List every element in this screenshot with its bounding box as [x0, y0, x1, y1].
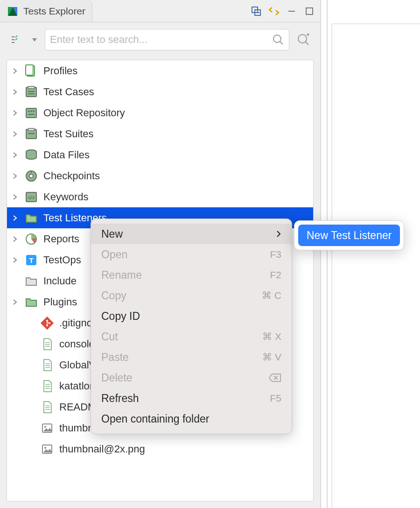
svg-line-43	[47, 323, 49, 323]
chevron-right-icon	[11, 89, 19, 95]
menu-new[interactable]: New	[91, 224, 292, 244]
folder-green-icon	[24, 295, 39, 310]
svg-rect-21	[26, 108, 36, 118]
tree-item-label: Keywords	[43, 191, 89, 203]
tab-row: Tests Explorer	[0, 0, 320, 22]
menu-open-containing-folder[interactable]: Open containing folder	[91, 409, 292, 429]
context-submenu: New Test Listener	[294, 220, 404, 250]
tree-row-thumbnail-2x-png[interactable]: thumbnail@2x.png	[7, 438, 313, 459]
editor-pane-inner	[331, 23, 420, 508]
chevron-right-icon	[11, 68, 19, 74]
svg-rect-27	[28, 128, 35, 131]
menu-shortcut: ⌘ X	[262, 331, 281, 342]
chevron-right-icon	[11, 194, 19, 200]
search-row	[0, 22, 320, 57]
tree-item-label: Data Files	[43, 149, 90, 161]
context-menu: NewOpenF3RenameF2Copy⌘ CCopy IDCut⌘ XPas…	[91, 219, 292, 434]
delete-shortcut-icon	[268, 373, 281, 382]
menu-item-label: Copy	[101, 289, 126, 302]
image-icon	[40, 421, 55, 436]
file-icon	[40, 337, 55, 352]
chevron-right-icon	[11, 173, 19, 179]
menu-item-label: Paste	[101, 351, 129, 364]
svg-rect-7	[306, 8, 313, 14]
file-icon	[40, 400, 55, 415]
search-input-container	[45, 29, 289, 50]
menu-item-label: Rename	[101, 269, 142, 282]
minimize-icon[interactable]	[286, 5, 298, 17]
tab-title: Tests Explorer	[23, 6, 85, 17]
folder-green-icon	[24, 211, 39, 226]
svg-line-12	[305, 42, 308, 45]
chevron-right-icon	[11, 215, 19, 221]
svg-text:T: T	[29, 256, 33, 264]
svg-point-31	[29, 174, 33, 178]
tree-row-checkpoints[interactable]: Checkpoints	[7, 165, 313, 186]
menu-item-label: Open containing folder	[101, 413, 209, 425]
keywords-icon: </>	[24, 190, 39, 205]
tree-item-label: katatlon	[59, 380, 95, 392]
chevron-right-icon	[11, 257, 19, 263]
tree-row-data-files[interactable]: Data Files	[7, 144, 313, 165]
menu-shortcut: F3	[270, 249, 281, 260]
svg-point-22	[28, 110, 29, 112]
collapse-all-icon[interactable]	[250, 5, 262, 17]
menu-copy: Copy⌘ C	[91, 285, 292, 306]
repo-icon	[24, 106, 39, 120]
git-icon	[40, 316, 55, 331]
menu-item-label: Refresh	[101, 392, 139, 405]
tree-item-label: Profiles	[43, 65, 77, 77]
maximize-icon[interactable]	[303, 5, 315, 17]
search-history-icon[interactable]	[293, 29, 314, 50]
search-icon[interactable]	[272, 34, 284, 46]
svg-point-59	[44, 447, 46, 449]
svg-line-10	[280, 42, 283, 44]
svg-point-24	[33, 110, 34, 112]
chevron-right-icon	[11, 131, 19, 137]
checkpoints-icon	[24, 169, 39, 183]
menu-copy-id[interactable]: Copy ID	[91, 306, 292, 326]
tree-item-label: Reports	[43, 233, 79, 245]
folder-icon	[24, 274, 39, 289]
menu-refresh[interactable]: RefreshF5	[91, 388, 292, 409]
chevron-right-icon	[11, 299, 19, 305]
tests-explorer-tab[interactable]: Tests Explorer	[0, 0, 92, 22]
svg-text:</>: </>	[28, 195, 35, 200]
suites-icon	[24, 127, 39, 141]
tree-item-label: thumbnail@2x.png	[59, 443, 145, 455]
chevron-right-icon	[11, 236, 19, 242]
tree-row-test-cases[interactable]: Test Cases	[7, 81, 313, 102]
tree-row-object-repository[interactable]: Object Repository	[7, 102, 313, 123]
search-input[interactable]	[50, 34, 267, 46]
testops-icon: T	[24, 253, 39, 268]
chevron-right-icon	[11, 110, 19, 116]
tab-tools	[250, 5, 320, 17]
tree-item-label: TestOps	[43, 254, 81, 266]
file-icon	[40, 379, 55, 394]
svg-rect-16	[26, 65, 33, 75]
svg-point-57	[44, 426, 46, 428]
menu-shortcut: F2	[270, 269, 281, 281]
data-icon	[24, 148, 39, 162]
tree-row-keywords[interactable]: </>Keywords	[7, 186, 313, 207]
chevron-right-icon	[11, 152, 19, 158]
filter-tasks-icon[interactable]	[7, 29, 24, 50]
menu-cut: Cut⌘ X	[91, 326, 292, 347]
menu-shortcut: ⌘ C	[262, 290, 281, 301]
svg-marker-8	[32, 38, 37, 42]
menu-shortcut: ⌘ V	[262, 352, 281, 363]
profiles-icon	[24, 64, 39, 78]
menu-rename: RenameF2	[91, 265, 292, 285]
svg-rect-18	[28, 86, 35, 89]
submenu-new-test-listener[interactable]: New Test Listener	[298, 225, 400, 246]
menu-delete: Delete	[91, 367, 292, 388]
link-editor-icon[interactable]	[268, 5, 280, 17]
reports-icon	[24, 232, 39, 247]
menu-paste: Paste⌘ V	[91, 347, 292, 367]
menu-shortcut: F5	[270, 393, 281, 404]
filter-dropdown-icon[interactable]	[28, 29, 41, 50]
tree-item-label: Object Repository	[43, 107, 125, 119]
tree-item-label: Test Cases	[43, 86, 94, 98]
tree-row-profiles[interactable]: Profiles	[7, 60, 313, 81]
tree-row-test-suites[interactable]: Test Suites	[7, 123, 313, 144]
